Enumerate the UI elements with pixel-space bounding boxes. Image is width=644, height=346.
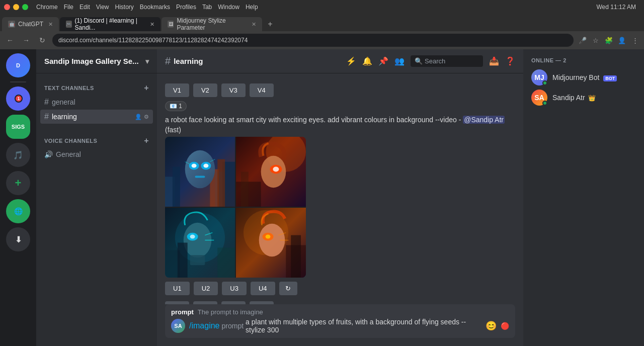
image-cell-3 [165, 208, 235, 278]
close-button[interactable] [4, 4, 10, 10]
channel-sidebar: Sandip Image Gallery Se... ▾ TEXT CHANNE… [36, 49, 157, 346]
image-grid[interactable] [165, 137, 306, 278]
prompt-description: The prompt to imagine [198, 308, 263, 316]
tab-favicon-chatgpt: 🤖 [8, 21, 15, 28]
messages-area[interactable]: V1 V2 V3 V4 📧 1 a robot face looking at … [157, 73, 523, 304]
bookmark-icon[interactable]: ☆ [591, 35, 601, 45]
text-channels-header[interactable]: TEXT CHANNELS + [40, 81, 153, 95]
prompt-label-row: prompt The prompt to imagine [171, 308, 509, 316]
extensions-icon[interactable]: 🧩 [604, 35, 614, 45]
user-settings-icon[interactable]: 👤 [135, 114, 142, 120]
emoji-button[interactable]: 😊 [486, 320, 497, 331]
u1-button[interactable]: U1 [165, 282, 190, 295]
tab-chatgpt[interactable]: 🤖 ChatGPT ✕ [2, 17, 59, 31]
tab-close-discord[interactable]: ✕ [150, 21, 154, 28]
microphone-icon[interactable]: 🎤 [578, 35, 588, 45]
menu-profiles[interactable]: Profiles [176, 4, 196, 11]
v4-button-top[interactable]: V4 [250, 83, 274, 97]
menu-file[interactable]: File [64, 4, 73, 11]
svg-rect-21 [241, 172, 249, 207]
boost-icon[interactable]: ⚡ [346, 56, 356, 66]
menu-window[interactable]: Window [218, 4, 239, 11]
member-info-sandip: Sandip Atr 👑 [552, 94, 636, 102]
menu-tab[interactable]: Tab [202, 4, 212, 11]
v1-button-top[interactable]: V1 [165, 83, 189, 97]
help-icon[interactable]: ❓ [505, 56, 515, 66]
svg-point-10 [192, 164, 197, 168]
add-server-button[interactable]: + [6, 171, 30, 195]
member-name-midjourney: Midjourney Bot BOT [552, 73, 636, 81]
tab-label-chatgpt: ChatGPT [18, 21, 43, 28]
server-icon-1[interactable]: 🎨 1 [6, 86, 30, 111]
tab-close-chatgpt[interactable]: ✕ [48, 21, 53, 28]
u2-button[interactable]: U2 [194, 282, 218, 295]
hash-icon-header: # [165, 55, 171, 67]
menu-history[interactable]: History [115, 4, 134, 11]
input-value[interactable]: a plant with multiple types of fruits, w… [246, 318, 481, 334]
image-cell-2 [236, 137, 306, 207]
input-text-content[interactable]: /imagine prompt a plant with multiple ty… [189, 318, 481, 334]
channel-gear-icon[interactable]: ⚙ [144, 114, 149, 120]
reload-button[interactable]: ↻ [36, 34, 48, 46]
time-display: Wed 11:12 AM [597, 4, 636, 11]
v2-button-top[interactable]: V2 [193, 83, 217, 97]
title-bar: Chrome File Edit View History Bookmarks … [0, 0, 644, 14]
server-list: D 🎨 1 SIGS 🎵 + 🌐 ⬇ [0, 49, 36, 346]
channel-item-learning[interactable]: # learning 👤 ⚙ [40, 110, 153, 124]
text-channels-label: TEXT CHANNELS [44, 85, 94, 91]
search-bar[interactable]: 🔍 Search [411, 55, 483, 67]
server-icon-main[interactable]: D [6, 53, 30, 77]
fast-tag: (fast) [165, 126, 181, 134]
pin-icon[interactable]: 📌 [378, 56, 388, 66]
voice-channels-label: VOICE CHANNELS [44, 138, 97, 144]
member-avatar-midjourney: MJ [531, 69, 547, 85]
tab-close-midjourney[interactable]: ✕ [252, 21, 256, 28]
svg-rect-2 [173, 167, 180, 207]
tab-midjourney[interactable]: 🖼 Midjourney Stylize Parameter ✕ [162, 17, 262, 31]
maximize-button[interactable] [22, 4, 28, 10]
voice-channels-header[interactable]: VOICE CHANNELS + [40, 134, 153, 147]
mention-tag[interactable]: @Sandip Atr [463, 116, 505, 124]
refresh-button[interactable]: ↻ [279, 282, 297, 295]
u3-button[interactable]: U3 [222, 282, 247, 295]
svg-rect-32 [190, 255, 205, 266]
v3-button-top[interactable]: V3 [221, 83, 246, 97]
menu-edit[interactable]: Edit [79, 4, 90, 11]
member-item-midjourney[interactable]: MJ Midjourney Bot BOT [531, 67, 636, 88]
slash-command: /imagine [189, 321, 219, 330]
server-icon-sigs[interactable]: SIGS [6, 115, 30, 139]
members-icon[interactable]: 👥 [394, 56, 405, 66]
member-item-sandip[interactable]: SA Sandip Atr 👑 [531, 88, 636, 108]
input-row: SA /imagine prompt a plant with multiple… [171, 318, 509, 334]
u4-button[interactable]: U4 [251, 282, 275, 295]
reaction-email-top[interactable]: 📧 1 [165, 101, 187, 111]
channel-title: # learning [165, 55, 203, 67]
discover-button[interactable]: 🌐 [6, 199, 30, 223]
new-tab-button[interactable]: + [263, 17, 277, 31]
add-channel-icon[interactable]: + [144, 83, 149, 93]
menu-help[interactable]: Help [246, 4, 258, 11]
forward-button[interactable]: → [20, 34, 32, 46]
server-header[interactable]: Sandip Image Gallery Se... ▾ [36, 49, 157, 73]
download-button[interactable]: ⬇ [6, 227, 30, 251]
online-dot [542, 80, 547, 85]
channel-item-general-voice[interactable]: 🔊 General [40, 148, 153, 161]
server-icon-3[interactable]: 🎵 [6, 143, 30, 167]
tab-discord[interactable]: 🎮 (1) Discord | #learning | Sandi... ✕ [60, 17, 160, 31]
profile-icon[interactable]: 👤 [617, 35, 627, 45]
hash-icon-learning: # [44, 112, 49, 121]
back-button[interactable]: ← [4, 34, 16, 46]
tab-label-midjourney: Midjourney Stylize Parameter [177, 17, 247, 31]
online-header: ONLINE — 2 [531, 57, 636, 63]
menu-bookmarks[interactable]: Bookmarks [140, 4, 170, 11]
menu-view[interactable]: View [96, 4, 109, 11]
notification-icon[interactable]: 🔔 [362, 56, 372, 66]
bot-badge: BOT [603, 75, 617, 81]
inbox-icon[interactable]: 📥 [489, 56, 499, 66]
address-input[interactable] [52, 34, 574, 47]
menu-chrome[interactable]: Chrome [36, 4, 58, 11]
add-voice-channel-icon[interactable]: + [144, 136, 149, 145]
channel-item-general[interactable]: # general [40, 95, 153, 109]
minimize-button[interactable] [13, 4, 19, 10]
menu-dots-icon[interactable]: ⋮ [630, 35, 640, 45]
